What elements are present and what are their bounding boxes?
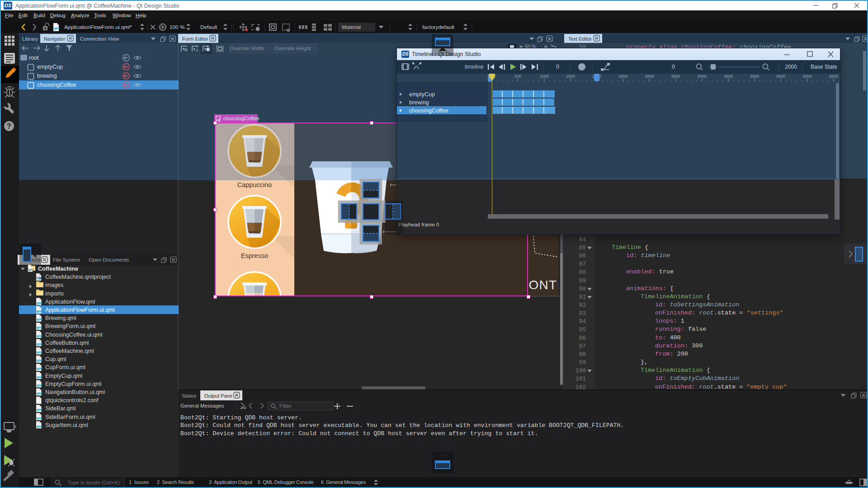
svg-text:factorydefault: factorydefault bbox=[422, 24, 455, 30]
svg-text:SideBarForm.ui.qml: SideBarForm.ui.qml bbox=[45, 414, 95, 420]
svg-text:SideBar.qml: SideBar.qml bbox=[45, 405, 75, 412]
svg-text:Cup.qml: Cup.qml bbox=[45, 356, 66, 362]
svg-text:qml: qml bbox=[54, 27, 60, 30]
svg-text:emptyCup: emptyCup bbox=[409, 91, 435, 98]
svg-text:emptyCup: emptyCup bbox=[37, 64, 63, 70]
svg-text:ChoosingCoffee.ui.qml: ChoosingCoffee.ui.qml bbox=[45, 332, 102, 338]
svg-text:5500: 5500 bbox=[776, 74, 785, 79]
svg-text:timeline: timeline bbox=[465, 64, 484, 70]
svg-text:brewing: brewing bbox=[37, 73, 57, 79]
svg-text:Material: Material bbox=[342, 24, 361, 30]
svg-text:BrewingForm.ui.qml: BrewingForm.ui.qml bbox=[45, 323, 95, 329]
svg-text:100 %: 100 % bbox=[170, 24, 185, 30]
svg-text:1500: 1500 bbox=[566, 74, 575, 79]
svg-text:Brewing.qml: Brewing.qml bbox=[45, 315, 76, 321]
svg-text:Default: Default bbox=[200, 24, 217, 30]
svg-text:500: 500 bbox=[514, 74, 521, 79]
svg-text:6000: 6000 bbox=[802, 74, 811, 79]
svg-text:ApplicationFlow.qml: ApplicationFlow.qml bbox=[45, 299, 95, 305]
svg-text:CoffeeMachine.qml: CoffeeMachine.qml bbox=[45, 348, 94, 354]
svg-text:SugarItem.ui.qml: SugarItem.ui.qml bbox=[45, 422, 88, 428]
svg-text:ApplicationFlowForm.ui.qml*: ApplicationFlowForm.ui.qml* bbox=[64, 24, 132, 30]
svg-text:2000: 2000 bbox=[785, 64, 797, 70]
svg-text:imports: imports bbox=[45, 291, 64, 297]
svg-text:0: 0 bbox=[556, 64, 559, 70]
svg-text:4500: 4500 bbox=[724, 74, 733, 79]
svg-text:root: root bbox=[29, 55, 39, 61]
svg-text:2500: 2500 bbox=[618, 74, 627, 79]
svg-text:?: ? bbox=[7, 122, 11, 130]
svg-text:0: 0 bbox=[672, 64, 675, 70]
svg-text:CoffeeButton.qml: CoffeeButton.qml bbox=[45, 340, 89, 346]
svg-text:6500: 6500 bbox=[829, 74, 838, 79]
svg-text:ApplicationFlowForm.ui.qml: ApplicationFlowForm.ui.qml bbox=[45, 307, 115, 313]
svg-text:A: A bbox=[196, 47, 199, 52]
svg-text:1000: 1000 bbox=[540, 74, 549, 79]
svg-text:CoffeeMachine: CoffeeMachine bbox=[38, 266, 78, 272]
svg-text:images: images bbox=[45, 282, 63, 288]
svg-text:4000: 4000 bbox=[698, 74, 707, 79]
svg-text:EmptyCup.qml: EmptyCup.qml bbox=[45, 373, 82, 379]
svg-text:3000: 3000 bbox=[645, 74, 654, 79]
svg-text:brewing: brewing bbox=[409, 99, 429, 106]
svg-text:5000: 5000 bbox=[750, 74, 759, 79]
svg-text:NavigationButton.ui.qml: NavigationButton.ui.qml bbox=[45, 389, 105, 395]
svg-text:EmptyCupForm.ui.qml: EmptyCupForm.ui.qml bbox=[45, 381, 101, 387]
svg-text:CupForm.ui.qml: CupForm.ui.qml bbox=[45, 364, 85, 371]
svg-text:3500: 3500 bbox=[671, 74, 680, 79]
svg-text:Base State: Base State bbox=[811, 64, 837, 70]
svg-text:choosingCoffee: choosingCoffee bbox=[37, 82, 76, 88]
svg-text:CoffeeMachine.qmlproject: CoffeeMachine.qmlproject bbox=[45, 274, 111, 280]
svg-text:qtquickcontrols2.conf: qtquickcontrols2.conf bbox=[45, 397, 99, 404]
